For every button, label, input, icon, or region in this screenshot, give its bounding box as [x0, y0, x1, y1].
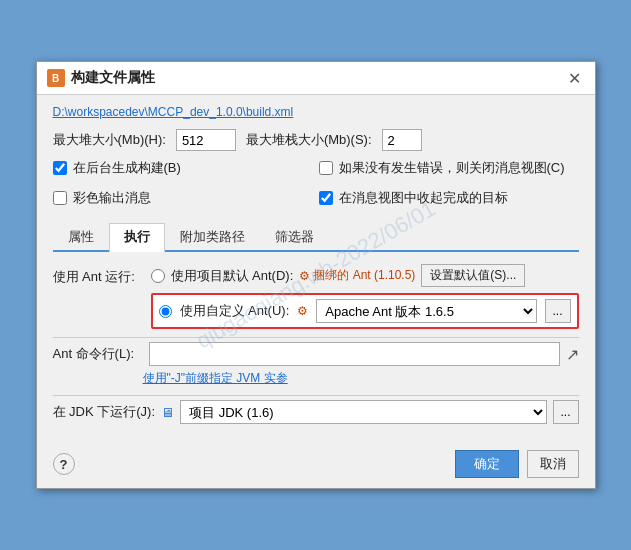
heap-stack-row: 最大堆大小(Mb)(H): 最大堆栈大小(Mb)(S): — [53, 129, 579, 151]
cb2-checkbox[interactable] — [319, 161, 333, 175]
cb1-checkbox[interactable] — [53, 161, 67, 175]
cancel-button[interactable]: 取消 — [527, 450, 579, 478]
ant-cmd-row: Ant 命令行(L): ↗ — [53, 342, 579, 366]
title-bar: B 构建文件属性 ✕ — [37, 62, 595, 95]
set-default-button[interactable]: 设置默认值(S)... — [421, 264, 525, 287]
max-heap-label: 最大堆大小(Mb)(H): — [53, 131, 166, 149]
ant-option2-radio[interactable] — [159, 305, 172, 318]
jdk-row: 在 JDK 下运行(J): 🖥 项目 JDK (1.6) ... — [53, 400, 579, 424]
cb4-row: 在消息视图中收起完成的目标 — [319, 189, 579, 207]
custom-ant-icon — [297, 304, 308, 318]
cb2-label: 如果没有发生错误，则关闭消息视图(C) — [339, 159, 565, 177]
cb3-row: 彩色输出消息 — [53, 189, 313, 207]
cb1-label: 在后台生成构建(B) — [73, 159, 181, 177]
ant-option1-label: 使用项目默认 Ant(D): — [171, 267, 294, 285]
close-button[interactable]: ✕ — [565, 68, 585, 88]
cb4-checkbox[interactable] — [319, 191, 333, 205]
expand-button[interactable]: ↗ — [566, 345, 579, 364]
cb1-row: 在后台生成构建(B) — [53, 159, 313, 177]
ant-ellipsis-button[interactable]: ... — [545, 299, 571, 323]
tab-properties[interactable]: 属性 — [53, 223, 109, 250]
footer: ? 确定 取消 — [37, 442, 595, 488]
ant-cmd-label: Ant 命令行(L): — [53, 345, 143, 363]
ant-cmd-section: Ant 命令行(L): ↗ 使用"-J"前缀指定 JVM 实参 — [53, 342, 579, 387]
jdk-label: 在 JDK 下运行(J): — [53, 403, 156, 421]
divider1 — [53, 337, 579, 338]
jdk-ellipsis-button[interactable]: ... — [553, 400, 579, 424]
tabs-bar: 属性 执行 附加类路径 筛选器 — [53, 223, 579, 252]
divider2 — [53, 395, 579, 396]
dialog-body: D:\workspacedev\MCCP_dev_1.0.0\build.xml… — [37, 95, 595, 442]
ant-option1-row: 使用项目默认 Ant(D): 捆绑的 Ant (1.10.5) 设置默认值(S)… — [151, 264, 579, 287]
jvm-hint: 使用"-J"前缀指定 JVM 实参 — [143, 370, 579, 387]
max-stack-label: 最大堆栈大小(Mb)(S): — [246, 131, 372, 149]
cb3-label: 彩色输出消息 — [73, 189, 151, 207]
cb2-row: 如果没有发生错误，则关闭消息视图(C) — [319, 159, 579, 177]
dialog-title: 构建文件属性 — [71, 69, 155, 87]
file-path[interactable]: D:\workspacedev\MCCP_dev_1.0.0\build.xml — [53, 105, 579, 119]
ant-option2-label: 使用自定义 Ant(U): — [180, 302, 290, 320]
bundled-ant-label: 捆绑的 Ant (1.10.5) — [299, 267, 415, 284]
jdk-dropdown[interactable]: 项目 JDK (1.6) — [180, 400, 546, 424]
ok-button[interactable]: 确定 — [455, 450, 519, 478]
action-buttons: 确定 取消 — [455, 450, 579, 478]
help-button[interactable]: ? — [53, 453, 75, 475]
main-dialog: qiugaoqiang.wb-2022/06/01 B 构建文件属性 ✕ D:\… — [36, 61, 596, 489]
cb4-label: 在消息视图中收起完成的目标 — [339, 189, 508, 207]
title-bar-left: B 构建文件属性 — [47, 69, 155, 87]
max-heap-input[interactable] — [176, 129, 236, 151]
max-stack-input[interactable] — [382, 129, 422, 151]
ant-cmd-input[interactable] — [149, 342, 560, 366]
app-icon: B — [47, 69, 65, 87]
tab-classpath[interactable]: 附加类路径 — [165, 223, 260, 250]
ant-option2-highlighted: 使用自定义 Ant(U): Apache Ant 版本 1.6.5 ... — [151, 293, 579, 329]
jdk-icon: 🖥 — [161, 405, 174, 420]
tab-filter[interactable]: 筛选器 — [260, 223, 329, 250]
ant-version-dropdown[interactable]: Apache Ant 版本 1.6.5 — [316, 299, 536, 323]
ant-run-options: 使用项目默认 Ant(D): 捆绑的 Ant (1.10.5) 设置默认值(S)… — [151, 264, 579, 329]
ant-option1-radio[interactable] — [151, 269, 165, 283]
checkboxes-grid: 在后台生成构建(B) 如果没有发生错误，则关闭消息视图(C) 彩色输出消息 在消… — [53, 159, 579, 213]
cb3-checkbox[interactable] — [53, 191, 67, 205]
ant-run-label: 使用 Ant 运行: — [53, 268, 143, 286]
tab-execute[interactable]: 执行 — [109, 223, 165, 252]
